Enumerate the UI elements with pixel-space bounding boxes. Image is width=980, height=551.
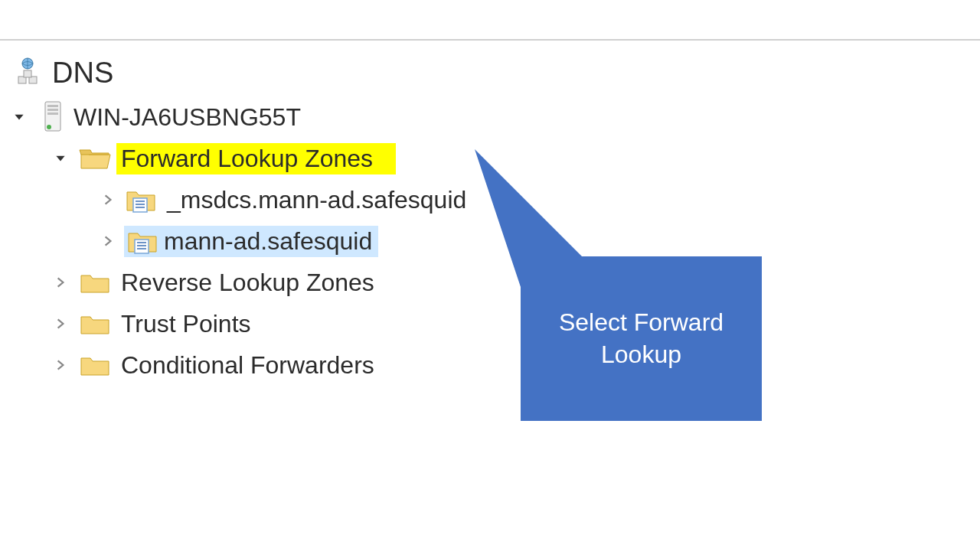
tree-rev-zones-row[interactable]: Reverse Lookup Zones xyxy=(52,263,471,302)
folder-open-icon xyxy=(78,145,112,171)
tree-fwd-zones-row[interactable]: Forward Lookup Zones xyxy=(52,139,471,178)
svg-rect-13 xyxy=(135,240,149,253)
tree-rev-zones-label: Reverse Lookup Zones xyxy=(116,267,379,298)
dns-manager-icon xyxy=(12,57,43,89)
folder-icon xyxy=(78,269,112,295)
tree-cond-fwd-row[interactable]: Conditional Forwarders xyxy=(52,346,471,384)
zone-folder-icon xyxy=(124,186,158,214)
expand-arrow-server[interactable] xyxy=(11,109,28,126)
expand-arrow-rev[interactable] xyxy=(52,274,69,291)
svg-rect-9 xyxy=(133,198,147,212)
server-icon xyxy=(41,100,64,134)
tree-zone-mann-row[interactable]: mann-ad.safesquid xyxy=(100,222,471,260)
tree-root-label: DNS xyxy=(47,55,118,91)
dns-tree: DNS WIN-JA6USBNG55T xyxy=(11,54,471,384)
callout-line1: Select Forward xyxy=(559,308,724,336)
svg-point-8 xyxy=(47,125,51,129)
tree-trust-label: Trust Points xyxy=(116,308,256,340)
svg-rect-3 xyxy=(24,70,31,77)
tree-trust-row[interactable]: Trust Points xyxy=(52,305,471,343)
expand-arrow-mann[interactable] xyxy=(100,233,116,249)
tree-server-row[interactable]: WIN-JA6USBNG55T xyxy=(11,98,471,136)
tree-root-row[interactable]: DNS xyxy=(11,54,471,92)
tree-zone-mann-label: mann-ad.safesquid xyxy=(164,227,372,256)
expand-arrow-cond[interactable] xyxy=(52,357,69,373)
annotation-callout: Select Forward Lookup xyxy=(521,256,762,421)
folder-icon xyxy=(78,352,112,378)
expand-arrow-msdcs[interactable] xyxy=(100,191,116,208)
folder-icon xyxy=(78,311,112,337)
expand-arrow-trust[interactable] xyxy=(52,315,69,332)
tree-cond-fwd-label: Conditional Forwarders xyxy=(116,350,379,381)
tree-zone-msdcs-row[interactable]: _msdcs.mann-ad.safesquid xyxy=(100,181,471,219)
callout-line2: Lookup xyxy=(601,341,681,368)
svg-rect-6 xyxy=(47,109,58,111)
tree-fwd-zones-label: Forward Lookup Zones xyxy=(116,143,396,174)
tree-server-label: WIN-JA6USBNG55T xyxy=(69,102,305,133)
svg-rect-5 xyxy=(47,105,58,107)
tree-zone-msdcs-label: _msdcs.mann-ad.safesquid xyxy=(162,184,471,216)
zone-folder-icon xyxy=(126,227,159,255)
expand-arrow-fwd[interactable] xyxy=(52,150,69,167)
svg-rect-7 xyxy=(47,112,58,115)
window-divider xyxy=(0,39,980,41)
